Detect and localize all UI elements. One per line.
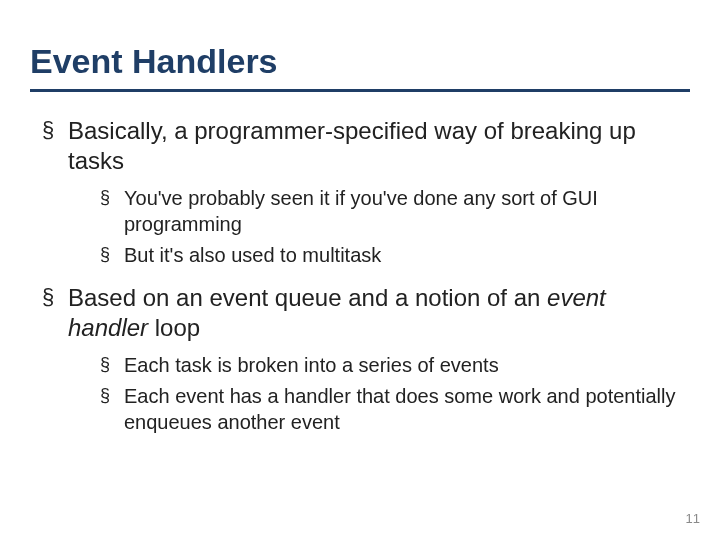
bullet-2-sub-2: Each event has a handler that does some … — [98, 384, 680, 435]
bullet-list: Basically, a programmer-specified way of… — [30, 116, 690, 436]
bullet-2: Based on an event queue and a notion of … — [40, 283, 680, 436]
bullet-2-sub: Each task is broken into a series of eve… — [68, 353, 680, 436]
bullet-1-sub-1: You've probably seen it if you've done a… — [98, 186, 680, 237]
title-rule — [30, 89, 690, 92]
bullet-1-sub: You've probably seen it if you've done a… — [68, 186, 680, 269]
bullet-1-text: Basically, a programmer-specified way of… — [68, 117, 636, 174]
slide: Event Handlers Basically, a programmer-s… — [0, 0, 720, 540]
slide-title: Event Handlers — [30, 42, 690, 83]
bullet-2-sub-1: Each task is broken into a series of eve… — [98, 353, 680, 379]
bullet-1: Basically, a programmer-specified way of… — [40, 116, 680, 269]
page-number: 11 — [686, 511, 700, 526]
bullet-2-prefix: Based on an event queue and a notion of … — [68, 284, 547, 311]
bullet-1-sub-2: But it's also used to multitask — [98, 243, 680, 269]
bullet-2-suffix: loop — [148, 314, 200, 341]
